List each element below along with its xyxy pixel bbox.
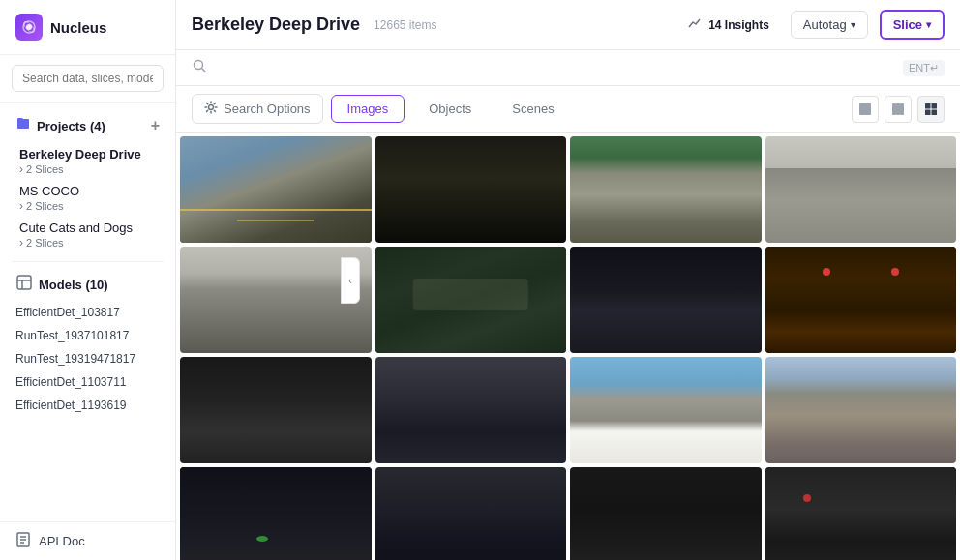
grid-item-12[interactable] xyxy=(765,357,957,463)
grid-item-1[interactable] xyxy=(180,136,372,243)
api-doc-label: API Doc xyxy=(39,534,85,548)
tab-scenes[interactable]: Scenes xyxy=(495,95,570,123)
slice-label: Slice xyxy=(893,17,922,32)
svg-point-12 xyxy=(209,105,214,110)
sidebar: Nucleus Projects (4) + Berkeley Deep Dri… xyxy=(0,0,176,560)
chart-icon xyxy=(687,15,703,34)
dataset-title: Berkeley Deep Drive xyxy=(192,15,360,35)
models-icon xyxy=(15,274,33,295)
grid-item-2[interactable] xyxy=(375,136,567,243)
tabs-bar: Search Options Images Objects Scenes xyxy=(176,86,960,133)
sidebar-item-api-doc[interactable]: API Doc xyxy=(0,521,175,560)
sidebar-model-1[interactable]: RunTest_1937101817 xyxy=(0,324,175,347)
projects-header[interactable]: Projects (4) + xyxy=(12,110,164,141)
view-single-button[interactable] xyxy=(852,96,879,123)
tab-images[interactable]: Images xyxy=(331,95,405,123)
search-options-button[interactable]: Search Options xyxy=(192,94,323,124)
main-content: Berkeley Deep Drive 12665 items 14 Insig… xyxy=(176,0,960,560)
svg-rect-14 xyxy=(892,103,896,115)
insights-button[interactable]: 14 Insights xyxy=(677,10,779,40)
project-name-mscoco: MS COCO xyxy=(19,184,156,198)
sidebar-search-container xyxy=(0,55,175,103)
sidebar-model-4[interactable]: EfficientDet_1193619 xyxy=(0,394,175,417)
insights-label: 14 Insights xyxy=(708,18,769,32)
svg-rect-17 xyxy=(925,103,931,109)
svg-line-11 xyxy=(202,69,206,73)
svg-rect-15 xyxy=(896,103,900,115)
api-doc-icon xyxy=(15,532,31,550)
sidebar-item-berkeley[interactable]: Berkeley Deep Drive 2 Slices xyxy=(12,141,164,178)
sidebar-model-3[interactable]: EfficientDet_1103711 xyxy=(0,370,175,394)
grid-item-9[interactable] xyxy=(180,357,372,463)
svg-rect-18 xyxy=(932,103,938,109)
add-project-icon[interactable]: + xyxy=(151,117,160,134)
search-icon xyxy=(192,58,207,77)
project-name-berkeley: Berkeley Deep Drive xyxy=(19,147,156,162)
topbar: Berkeley Deep Drive 12665 items 14 Insig… xyxy=(176,0,960,50)
sidebar-model-2[interactable]: RunTest_19319471817 xyxy=(0,347,175,370)
grid-item-6[interactable] xyxy=(375,247,567,353)
app-logo xyxy=(15,14,43,41)
grid-item-4[interactable] xyxy=(765,136,957,243)
search-input[interactable] xyxy=(217,60,893,75)
svg-rect-19 xyxy=(925,109,931,115)
grid-item-16[interactable] xyxy=(765,467,957,560)
svg-rect-13 xyxy=(859,103,871,115)
sidebar-collapse-button[interactable]: ‹ xyxy=(341,257,360,304)
slice-button[interactable]: Slice ▾ xyxy=(880,10,945,40)
sidebar-item-cats[interactable]: Cute Cats and Dogs 2 Slices xyxy=(12,215,164,251)
autotag-button[interactable]: Autotag ▾ xyxy=(791,11,868,39)
sidebar-item-mscoco[interactable]: MS COCO 2 Slices xyxy=(12,178,164,215)
items-count: 12665 items xyxy=(374,18,436,32)
grid-item-8[interactable] xyxy=(765,247,957,353)
svg-rect-16 xyxy=(900,103,904,115)
project-slices-cats: 2 Slices xyxy=(19,236,156,250)
grid-item-13[interactable] xyxy=(180,467,372,560)
grid-item-7[interactable] xyxy=(570,247,762,353)
search-bar: ENT↵ xyxy=(176,50,960,86)
view-grid-button[interactable] xyxy=(917,96,945,123)
grid-item-15[interactable] xyxy=(570,467,762,560)
autotag-chevron-icon: ▾ xyxy=(851,19,855,30)
autotag-label: Autotag xyxy=(803,17,847,32)
projects-label: Projects (4) xyxy=(37,119,105,133)
project-slices-berkeley: 2 Slices xyxy=(19,162,156,176)
view-toggle xyxy=(852,96,945,123)
app-title: Nucleus xyxy=(50,19,106,36)
models-label: Models (10) xyxy=(39,278,108,292)
slice-chevron-icon: ▾ xyxy=(926,19,931,30)
grid-item-10[interactable] xyxy=(375,357,567,463)
tab-objects[interactable]: Objects xyxy=(412,95,488,123)
project-slices-mscoco: 2 Slices xyxy=(19,199,156,213)
grid-item-3[interactable] xyxy=(570,136,762,243)
sidebar-model-0[interactable]: EfficientDet_103817 xyxy=(0,301,175,324)
view-strip-button[interactable] xyxy=(885,96,912,123)
app-header: Nucleus xyxy=(0,0,175,55)
search-options-label: Search Options xyxy=(224,102,311,116)
sidebar-search-input[interactable] xyxy=(12,65,164,92)
svg-rect-3 xyxy=(17,276,31,289)
svg-rect-20 xyxy=(932,109,938,115)
search-enter-hint: ENT↵ xyxy=(903,60,945,76)
sidebar-divider xyxy=(12,261,164,262)
grid-item-14[interactable] xyxy=(375,467,567,560)
project-name-cats: Cute Cats and Dogs xyxy=(19,221,156,235)
grid-item-11[interactable] xyxy=(570,357,762,463)
gear-icon xyxy=(204,101,218,117)
image-grid xyxy=(176,133,960,560)
folder-icon xyxy=(15,116,31,135)
svg-point-10 xyxy=(195,61,203,70)
models-header[interactable]: Models (10) xyxy=(0,268,175,301)
projects-section: Projects (4) + Berkeley Deep Drive 2 Sli… xyxy=(0,103,175,255)
